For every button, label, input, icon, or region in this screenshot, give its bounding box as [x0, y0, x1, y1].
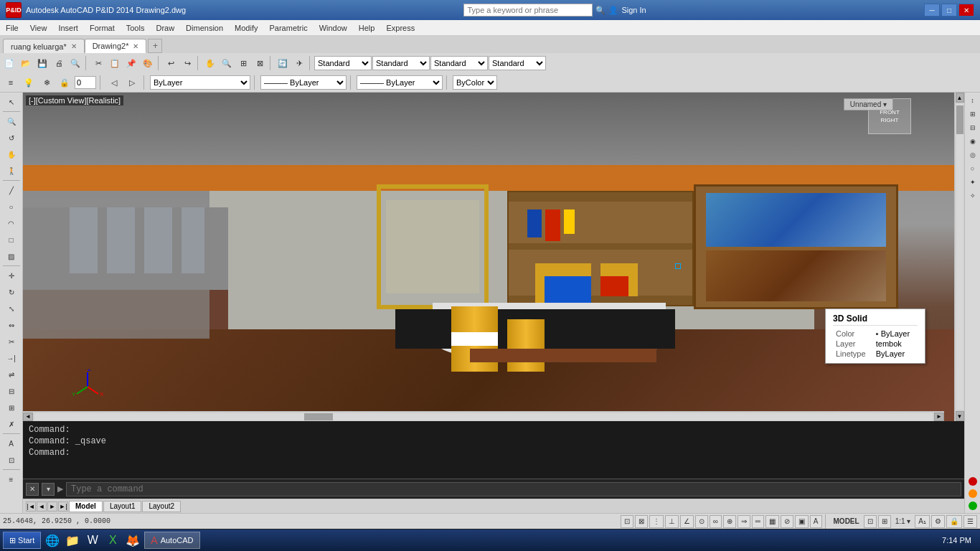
hscroll-right-btn[interactable]: ► [934, 413, 944, 421]
minimize-button[interactable]: ─ [924, 4, 940, 17]
rt-btn-3[interactable]: ⊟ [966, 121, 979, 134]
open-btn[interactable]: 📂 [18, 55, 34, 71]
lt-block-btn[interactable]: ⊡ [2, 452, 21, 468]
hscroll-thumb[interactable] [304, 413, 333, 420]
cmd-settings-btn[interactable]: ▾ [42, 483, 55, 496]
dim-style-dropdown[interactable]: Standard [372, 56, 430, 70]
menu-file[interactable]: File [0, 20, 24, 35]
rt-btn-4[interactable]: ◉ [966, 135, 979, 148]
lt-properties-btn[interactable]: ≡ [2, 471, 21, 487]
menu-modify[interactable]: Modify [229, 20, 263, 35]
undo-btn[interactable]: ↩ [163, 55, 179, 71]
signin-label[interactable]: Sign In [621, 6, 646, 14]
menu-window[interactable]: Window [314, 20, 353, 35]
model-tab[interactable]: Model [69, 501, 103, 512]
ml-style-dropdown[interactable]: Standard [489, 56, 546, 70]
zoom-btn[interactable]: 🔍 [219, 55, 235, 71]
vscroll-thumb[interactable] [956, 105, 963, 134]
menu-tools[interactable]: Tools [121, 20, 151, 35]
lt-pan-btn[interactable]: ✋ [2, 146, 21, 162]
close-button[interactable]: ✕ [958, 4, 974, 17]
layout2-tab[interactable]: Layout2 [142, 501, 181, 512]
lt-erase-btn[interactable]: ✗ [2, 416, 21, 432]
grid-btn[interactable]: ⋮ [649, 515, 664, 528]
rt-green-circle[interactable] [969, 501, 977, 510]
layer-freeze-btn[interactable]: ❄ [39, 75, 55, 90]
prev-view-btn[interactable]: ◁ [106, 75, 122, 90]
vscroll-track[interactable] [956, 104, 963, 410]
menu-draw[interactable]: Draw [150, 20, 180, 35]
lt-line-btn[interactable]: ╱ [2, 182, 21, 198]
rt-red-circle[interactable] [969, 477, 977, 486]
lt-move-btn[interactable]: ✛ [2, 268, 21, 283]
tab-close-drawing2[interactable]: ✕ [133, 42, 138, 50]
menu-insert[interactable]: Insert [52, 20, 84, 35]
zoom-extent-btn[interactable]: ⊞ [235, 55, 251, 71]
rt-btn-6[interactable]: ○ [966, 162, 979, 175]
command-input[interactable] [66, 482, 961, 496]
tab-nav-prev[interactable]: ◄ [37, 501, 47, 512]
horizontal-scrollbar[interactable]: ◄ ► [23, 411, 944, 421]
dyn-btn[interactable]: ⇒ [738, 515, 750, 528]
rt-btn-1[interactable]: ↕ [966, 94, 979, 107]
lt-mirror-btn[interactable]: ⇌ [2, 367, 21, 382]
ortho-btn[interactable]: ⊥ [665, 515, 679, 528]
taskbar-firefox-icon[interactable]: 🦊 [124, 532, 141, 549]
tab-nav-last[interactable]: ►| [58, 501, 68, 512]
lw-btn[interactable]: ═ [752, 515, 764, 528]
copy-btn[interactable]: 📋 [107, 55, 123, 71]
match-props-btn[interactable]: 🎨 [140, 55, 156, 71]
taskbar-folder-icon[interactable]: 📁 [64, 532, 81, 549]
lt-3drotate-btn[interactable]: ↺ [2, 130, 21, 146]
taskbar-autocad-btn[interactable]: A AutoCAD [144, 532, 199, 549]
lt-trim-btn[interactable]: ✂ [2, 334, 21, 349]
start-button[interactable]: ⊞ Start [3, 532, 41, 549]
qs-btn[interactable]: ⊘ [781, 515, 793, 528]
plotstyle-dropdown[interactable]: ByColor [453, 75, 497, 90]
anno-btn[interactable]: A [810, 515, 822, 528]
layout1-tab[interactable]: Layout1 [103, 501, 142, 512]
tab-close-ruang[interactable]: ✕ [71, 42, 77, 50]
cmd-cancel-btn[interactable]: ✕ [26, 483, 39, 496]
workspace-btn[interactable]: ⚙ [931, 515, 945, 528]
grip-point[interactable] [675, 263, 681, 269]
rt-btn-8[interactable]: ✧ [966, 189, 979, 202]
menu-help[interactable]: Help [353, 20, 381, 35]
print-preview-btn[interactable]: 🔍 [67, 55, 83, 71]
lt-text-btn[interactable]: A [2, 435, 21, 451]
tps-btn[interactable]: ▦ [765, 515, 779, 528]
restore-button[interactable]: □ [941, 4, 957, 17]
rt-btn-7[interactable]: ✦ [966, 176, 979, 189]
menu-format[interactable]: Format [84, 20, 121, 35]
polar-btn[interactable]: ∠ [680, 515, 694, 528]
tab-nav-first[interactable]: |◄ [26, 501, 36, 512]
text-style-dropdown[interactable]: Standard [314, 56, 372, 70]
pan-btn[interactable]: ✋ [202, 55, 218, 71]
otrack-btn[interactable]: ∞ [710, 515, 722, 528]
layer-props-btn[interactable]: ≡ [3, 75, 19, 90]
tab-nav-next[interactable]: ► [47, 501, 57, 512]
zoom-window-btn[interactable]: ⊠ [252, 55, 268, 71]
toolbar-toggle-btn[interactable]: ☰ [963, 515, 977, 528]
taskbar-word-icon[interactable]: W [84, 532, 101, 549]
lt-cursor-btn[interactable]: ↖ [2, 94, 21, 110]
infer-btn[interactable]: ⊡ [621, 515, 633, 528]
menu-view[interactable]: View [24, 20, 53, 35]
lt-arc-btn[interactable]: ◠ [2, 215, 21, 231]
search-icon[interactable]: 🔍 [595, 6, 606, 15]
next-view-btn[interactable]: ▷ [124, 75, 140, 90]
hscroll-left-btn[interactable]: ◄ [23, 413, 33, 421]
lt-hatch-btn[interactable]: ▨ [2, 248, 21, 264]
rt-btn-5[interactable]: ◎ [966, 149, 979, 161]
menu-express[interactable]: Express [380, 20, 420, 35]
print-btn[interactable]: 🖨 [51, 55, 67, 71]
tab-drawing2[interactable]: Drawing2* ✕ [85, 39, 147, 53]
lt-rect-btn[interactable]: □ [2, 232, 21, 248]
osnap-btn[interactable]: ⊙ [695, 515, 708, 528]
vscroll-down-btn[interactable]: ▼ [956, 411, 964, 421]
ducs-btn[interactable]: ⊕ [723, 515, 736, 528]
lt-array-btn[interactable]: ⊞ [2, 400, 21, 415]
lt-rotate-btn[interactable]: ↻ [2, 284, 21, 300]
save-btn[interactable]: 💾 [34, 55, 50, 71]
menu-parametric[interactable]: Parametric [263, 20, 313, 35]
